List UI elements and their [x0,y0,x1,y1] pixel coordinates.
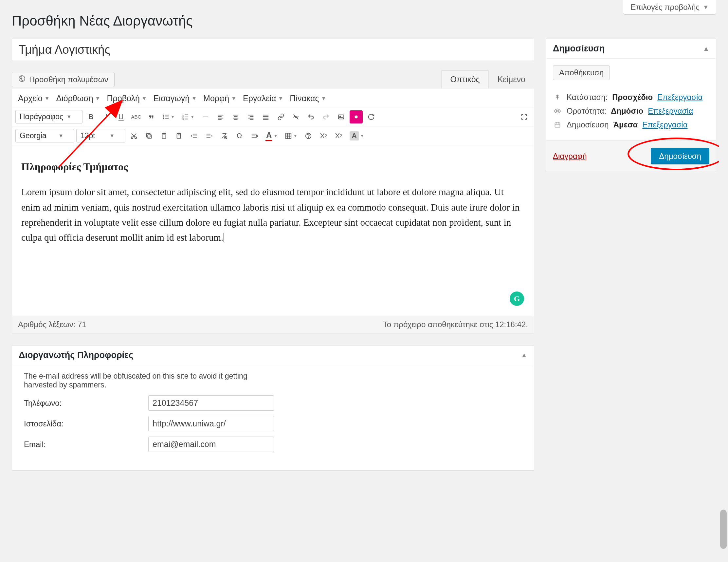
svg-rect-48 [193,137,197,138]
edit-visibility-link[interactable]: Επεξεργασία [648,106,693,116]
publish-button[interactable]: Δημοσίευση [651,148,709,164]
editor-content-area[interactable]: Πληροφορίες Τμήματος Lorem ipsum dolor s… [12,145,534,316]
caret-down-icon: ▼ [274,134,278,138]
cut-button[interactable] [127,129,140,142]
copy-button[interactable] [142,129,155,142]
menu-view[interactable]: Προβολή▼ [104,92,149,105]
outdent-button[interactable] [188,129,201,142]
block-format-select[interactable]: Παράγραφος▼ [15,110,82,123]
calendar-icon [553,121,562,128]
svg-rect-17 [218,118,223,118]
menu-table[interactable]: Πίνακας▼ [287,92,329,105]
grammarly-icon[interactable]: G [510,292,524,306]
add-media-button[interactable]: Προσθήκη πολυμέσων [12,72,115,87]
editor-toolbar-2: Georgia▼ 12pt▼ T Ω A▼ ▼ X2 X2 A▼ [12,126,534,145]
align-center-button[interactable] [229,110,242,123]
fullscreen-button[interactable] [518,110,531,123]
strikethrough-button[interactable]: ABC [130,110,143,123]
bullet-list-button[interactable]: ▼ [160,110,177,123]
screen-options-toggle[interactable]: Επιλογές προβολής ▼ [623,0,716,15]
subscript-button[interactable]: X2 [317,129,330,142]
hr-button[interactable] [199,110,212,123]
move-to-trash-link[interactable]: Διαγραφή [553,152,587,161]
editor-panel: Αρχείο▼ Διόρθωση▼ Προβολή▼ Εισαγωγή▼ Μορ… [12,88,534,316]
svg-rect-30 [263,119,268,120]
publish-metabox-toggle[interactable]: Δημοσίευση ▲ [546,39,716,59]
menu-file[interactable]: Αρχείο▼ [15,92,52,105]
svg-rect-5 [165,115,169,115]
redo-button[interactable] [319,110,333,123]
caret-down-icon: ▼ [321,96,326,101]
font-family-select[interactable]: Georgia▼ [15,129,74,142]
menu-edit[interactable]: Διόρθωση▼ [53,92,103,105]
publish-metabox: Δημοσίευση ▲ Αποθήκευση Κατάσταση: Προσχ… [546,39,716,172]
save-draft-button[interactable]: Αποθήκευση [553,65,610,80]
phone-input[interactable] [148,395,274,411]
align-right-button[interactable] [244,110,257,123]
indent-button[interactable] [203,129,216,142]
blockquote-button[interactable] [145,110,158,123]
table-button[interactable]: ▼ [282,129,300,142]
email-label: Email: [24,440,148,449]
pin-icon [553,94,562,100]
svg-point-3 [163,116,164,118]
scrollbar-thumb[interactable] [720,510,727,549]
record-icon[interactable] [350,110,363,123]
caret-down-icon: ▼ [58,133,64,139]
caret-down-icon: ▼ [191,115,194,119]
paste-text-button[interactable]: T [173,129,186,142]
publish-date-row: Δημοσίευση Άμεσα Επεξεργασία [553,120,709,129]
link-button[interactable] [274,110,287,123]
content-heading: Πληροφορίες Τμήματος [21,158,525,175]
special-char-button[interactable]: Ω [233,129,246,142]
unlink-button[interactable] [289,110,302,123]
refresh-button[interactable] [365,110,378,123]
caret-down-icon: ▼ [142,96,147,101]
page-scrollbar[interactable] [719,0,728,562]
background-color-button[interactable]: A▼ [347,129,367,142]
bold-button[interactable]: B [84,110,98,123]
caret-down-icon: ▼ [95,96,100,101]
superscript-button[interactable]: X2 [332,129,345,142]
italic-button[interactable]: I [100,110,113,123]
edit-status-link[interactable]: Επεξεργασία [657,93,702,102]
font-size-select[interactable]: 12pt▼ [76,129,125,142]
menu-tools[interactable]: Εργαλεία▼ [240,92,286,105]
draft-saved-text: Το πρόχειρο αποθηκεύτηκε στις 12:16:42. [383,320,528,329]
organizer-metabox-toggle[interactable]: Διοργανωτής Πληροφορίες ▲ [12,346,534,365]
align-justify-button[interactable] [259,110,272,123]
svg-point-0 [20,77,22,79]
svg-rect-22 [234,119,237,120]
underline-button[interactable]: U [115,110,128,123]
svg-point-66 [556,110,558,112]
svg-rect-28 [263,116,268,117]
help-button[interactable] [302,129,315,142]
insert-image-button[interactable] [335,110,348,123]
edit-publish-date-link[interactable]: Επεξεργασία [642,120,687,129]
numbered-list-button[interactable]: 123 ▼ [179,110,197,123]
svg-rect-56 [252,137,257,138]
caret-down-icon: ▼ [45,96,50,101]
svg-point-4 [163,118,164,119]
undo-button[interactable] [304,110,318,123]
text-color-button[interactable]: A▼ [263,129,280,142]
svg-rect-29 [263,118,268,118]
svg-rect-26 [250,119,253,120]
clear-formatting-button[interactable] [218,129,231,142]
caret-down-icon: ▼ [231,96,236,101]
post-title-input[interactable] [12,39,534,61]
svg-rect-40 [147,133,150,137]
align-left-button[interactable] [214,110,227,123]
tab-text[interactable]: Κείμενο [489,70,534,88]
tab-visual[interactable]: Οπτικός [441,70,488,88]
remove-format-button[interactable] [248,129,261,142]
email-input[interactable] [148,437,274,452]
paste-button[interactable] [157,129,171,142]
caret-up-icon: ▲ [521,352,527,359]
menu-format[interactable]: Μορφή▼ [201,92,239,105]
svg-rect-50 [207,136,210,136]
website-input[interactable] [148,416,274,431]
add-media-label: Προσθήκη πολυμέσων [29,75,108,84]
menu-insert[interactable]: Εισαγωγή▼ [151,92,199,105]
svg-rect-12 [185,117,188,117]
